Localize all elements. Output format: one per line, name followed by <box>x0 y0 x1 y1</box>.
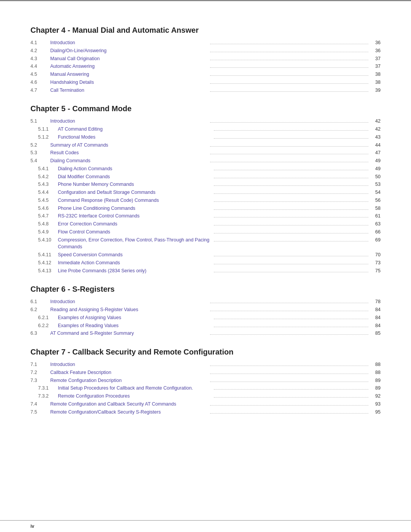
toc-dots <box>210 303 368 303</box>
toc-entry-inner: Configuration and Default Storage Comman… <box>58 189 381 196</box>
toc-entry-inner: Dialing Commands49 <box>50 157 381 165</box>
toc-number: 7.3 <box>30 377 50 384</box>
toc-page: 92 <box>370 393 381 400</box>
toc-link[interactable]: Dialing Action Commands <box>58 165 212 173</box>
toc-link[interactable]: Introduction <box>50 298 209 305</box>
toc-row: 5.4.5Command Response (Result Code) Comm… <box>30 197 381 204</box>
toc-number: 4.6 <box>30 79 50 86</box>
toc-dots <box>210 52 368 52</box>
toc-link[interactable]: Dial Modifier Commands <box>58 173 212 181</box>
toc-row: 4.5Manual Answering38 <box>30 71 381 78</box>
toc-entry-inner: Flow Control Commands66 <box>58 228 381 236</box>
toc-link[interactable]: Immediate Action Commands <box>58 259 212 267</box>
toc-dots <box>210 67 368 68</box>
toc-link[interactable]: Remote Configuration/Callback Security S… <box>50 409 209 416</box>
toc-dots <box>210 75 368 76</box>
toc-entry-inner: Dial Modifier Commands50 <box>58 173 381 181</box>
toc-link[interactable]: Result Codes <box>50 149 209 157</box>
toc-link[interactable]: Phone Line Conditioning Commands <box>58 205 212 212</box>
toc-page: 42 <box>370 126 381 133</box>
toc-entry-inner: Line Probe Commands (2834 Series only)75 <box>58 267 381 275</box>
toc-entry-inner: Phone Line Conditioning Commands58 <box>58 205 381 212</box>
toc-row: 5.4.4Configuration and Default Storage C… <box>30 189 381 196</box>
toc-row: 4.3Manual Call Origination37 <box>30 55 381 62</box>
toc-link[interactable]: Flow Control Commands <box>58 228 212 236</box>
toc-row: 5.4.2Dial Modifier Commands50 <box>30 173 381 181</box>
chapter-ch6: Chapter 6 - S-Registers6.1Introduction78… <box>30 285 381 337</box>
toc-entry-inner: Error Correction Commands63 <box>58 220 381 228</box>
toc-link[interactable]: Reading and Assigning S-Register Values <box>50 306 209 313</box>
toc-page: 56 <box>370 197 381 204</box>
toc-number: 7.4 <box>30 401 50 408</box>
toc-link[interactable]: AT Command Editing <box>58 126 212 133</box>
toc-row: 4.1Introduction36 <box>30 39 381 46</box>
toc-dots <box>210 382 368 382</box>
toc-link[interactable]: Configuration and Default Storage Comman… <box>58 189 212 196</box>
toc-link[interactable]: Error Correction Commands <box>58 220 212 228</box>
toc-link[interactable]: Introduction <box>50 39 209 46</box>
toc-number: 5.3 <box>30 149 50 157</box>
toc-number: 4.4 <box>30 63 50 70</box>
toc-link[interactable]: Dialing/On-Line/Answering <box>50 47 209 54</box>
toc-link[interactable]: Manual Call Origination <box>50 55 209 62</box>
toc-link[interactable]: Compression, Error Correction, Flow Cont… <box>58 236 212 251</box>
chapter-heading-ch7: Chapter 7 - Callback Security and Remote… <box>30 348 381 356</box>
toc-link[interactable]: Automatic Answering <box>50 63 209 70</box>
toc-row: 5.4.13Line Probe Commands (2834 Series o… <box>30 267 381 275</box>
toc-link[interactable]: Line Probe Commands (2834 Series only) <box>58 267 212 275</box>
toc-number: 5.1 <box>30 118 50 125</box>
toc-link[interactable]: Command Response (Result Code) Commands <box>58 197 212 204</box>
toc-link[interactable]: RS-232C Interface Control Commands <box>58 212 212 220</box>
toc-entry-inner: Speed Conversion Commands70 <box>58 251 381 259</box>
toc-number: 5.2 <box>30 142 50 149</box>
toc-entry-inner: Immediate Action Commands73 <box>58 259 381 267</box>
toc-dots <box>214 256 368 256</box>
toc-page: 44 <box>370 142 381 149</box>
toc-number: 5.4.11 <box>30 251 58 259</box>
toc-number: 6.3 <box>30 330 50 337</box>
toc-page: 66 <box>370 228 381 236</box>
toc-link[interactable]: Handshaking Details <box>50 79 209 86</box>
toc-dots <box>214 178 368 178</box>
toc-number: 6.2.2 <box>30 322 58 329</box>
toc-link[interactable]: Functional Modes <box>58 134 212 141</box>
toc-number: 4.7 <box>30 87 50 94</box>
toc-link[interactable]: Call Termination <box>50 87 209 94</box>
toc-link[interactable]: Manual Answering <box>50 71 209 78</box>
toc-row: 7.5Remote Configuration/Callback Securit… <box>30 409 381 416</box>
toc-entry-inner: Remote Configuration Procedures92 <box>58 393 381 400</box>
footer-page-label: iv <box>30 524 34 529</box>
toc-page: 73 <box>370 259 381 267</box>
toc-page: 38 <box>370 71 381 78</box>
toc-row: 5.4Dialing Commands49 <box>30 157 381 165</box>
toc-link[interactable]: Speed Conversion Commands <box>58 251 212 259</box>
toc-row: 6.2.2Examples of Reading Values84 <box>30 322 381 329</box>
toc-link[interactable]: Examples of Assigning Values <box>58 314 212 321</box>
toc-number: 4.1 <box>30 39 50 46</box>
toc-link[interactable]: Remote Configuration and Callback Securi… <box>50 401 209 408</box>
toc-link[interactable]: Introduction <box>50 118 209 125</box>
toc-number: 6.2.1 <box>30 314 58 321</box>
toc-row: 5.2Summary of AT Commands44 <box>30 142 381 149</box>
toc-link[interactable]: Dialing Commands <box>50 157 209 165</box>
toc-page: 36 <box>370 47 381 54</box>
toc-link[interactable]: Callback Feature Description <box>50 369 209 376</box>
toc-row: 7.4Remote Configuration and Callback Sec… <box>30 401 381 408</box>
toc-dots <box>210 374 368 374</box>
toc-link[interactable]: Phone Number Memory Commands <box>58 181 212 188</box>
chapter-heading-ch5: Chapter 5 - Command Mode <box>30 104 381 113</box>
toc-dots <box>214 225 368 225</box>
toc-entry-inner: Reading and Assigning S-Register Values8… <box>50 306 381 313</box>
toc-link[interactable]: Examples of Reading Values <box>58 322 212 329</box>
toc-dots <box>214 217 368 217</box>
toc-link[interactable]: Summary of AT Commands <box>50 142 209 149</box>
toc-link[interactable]: Remote Configuration Description <box>50 377 209 384</box>
toc-link[interactable]: Remote Configuration Procedures <box>58 393 212 400</box>
toc-link[interactable]: Introduction <box>50 361 209 368</box>
toc-number: 7.3.2 <box>30 393 58 400</box>
toc-dots <box>214 241 368 241</box>
chapter-heading-ch6: Chapter 6 - S-Registers <box>30 285 381 294</box>
toc-link[interactable]: AT Command and S-Register Summary <box>50 330 209 337</box>
toc-link[interactable]: Initial Setup Procedures for Callback an… <box>58 385 212 392</box>
toc-dots <box>214 233 368 233</box>
